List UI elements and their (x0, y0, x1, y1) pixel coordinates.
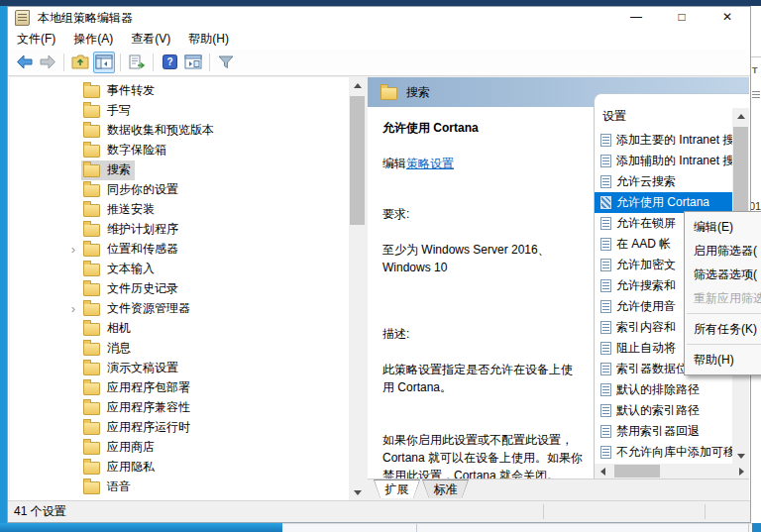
tree-item-body[interactable]: 数据收集和预览版本 (81, 121, 218, 141)
tree-item[interactable]: 消息 (10, 339, 349, 359)
setting-label: 允许云搜索 (616, 173, 676, 190)
show-window-icon[interactable] (182, 52, 204, 73)
tree-item[interactable]: 数据收集和预览版本 (10, 121, 349, 141)
scroll-down-icon[interactable] (349, 484, 366, 500)
view-tab[interactable]: 标准 (422, 479, 469, 498)
tree-item-body[interactable]: 文本输入 (81, 260, 159, 279)
tree-item-body[interactable]: 语音 (81, 478, 135, 497)
tree-item-label: 应用程序包部署 (107, 379, 190, 396)
tree-item-body[interactable]: 消息 (81, 339, 135, 359)
tree-item[interactable]: 应用程序运行时 (10, 418, 349, 438)
tree-item-body[interactable]: 数字保险箱 (81, 141, 170, 160)
setting-label: 允许搜索和 (616, 277, 676, 294)
setting-item[interactable]: 默认的排除路径 (595, 379, 732, 400)
tree-item-body[interactable]: 同步你的设置 (81, 180, 182, 200)
view-tab[interactable]: 扩展 (374, 479, 420, 498)
tree-item[interactable]: 文件历史记录 (10, 279, 349, 299)
settings-hscrollbar[interactable] (595, 464, 749, 479)
tree-item[interactable]: 应用隐私 (10, 458, 349, 478)
back-icon[interactable] (13, 52, 35, 73)
scrollbar-thumb[interactable] (733, 127, 748, 211)
folder-icon (83, 303, 100, 316)
close-button[interactable]: ✕ (705, 7, 750, 29)
policy-settings-link[interactable]: 策略设置 (406, 157, 454, 170)
chevron-right-icon[interactable]: › (65, 240, 81, 260)
help-icon[interactable]: ? (159, 52, 180, 73)
tree-item-body[interactable]: 应用商店 (81, 438, 159, 458)
setting-item[interactable]: 添加主要的 Intranet 搜索 (595, 130, 732, 151)
tree-item[interactable]: › 文件资源管理器 (10, 299, 349, 319)
tree-item[interactable]: 应用程序包部署 (10, 378, 349, 398)
tree-item[interactable]: › 位置和传感器 (10, 240, 349, 260)
tree-item-body[interactable]: 相机 (81, 319, 135, 339)
show-console-tree-icon[interactable] (93, 52, 115, 73)
context-menu-item[interactable]: 筛选器选项( (685, 263, 761, 286)
chevron-right-icon[interactable]: › (65, 299, 81, 319)
tree-item-body[interactable]: 演示文稿设置 (81, 359, 182, 378)
export-list-icon[interactable] (126, 52, 148, 73)
setting-label: 添加主要的 Intranet 搜索 (616, 132, 732, 149)
tree-item[interactable]: 演示文稿设置 (10, 359, 349, 378)
tree-item-body[interactable]: 应用程序包部署 (81, 378, 194, 398)
tree-item[interactable]: 同步你的设置 (10, 180, 349, 200)
minimize-button[interactable]: — (613, 7, 659, 29)
scrollbar-thumb[interactable] (350, 96, 365, 225)
description-paragraph: 此策略设置指定是否允许在设备上使用 Cortana。 (382, 361, 584, 396)
tree-item-label: 语音 (107, 479, 131, 495)
tree-item-body[interactable]: 位置和传感器 (81, 240, 182, 260)
menu-item[interactable]: 操作(A) (64, 31, 122, 48)
title-bar[interactable]: 本地组策略编辑器 — □ ✕ (8, 7, 750, 29)
context-menu-item[interactable]: 重新应用筛选 (685, 286, 761, 310)
tree-item-body[interactable]: 搜索 (81, 160, 135, 180)
tree-item[interactable]: 应用商店 (10, 438, 349, 458)
tree-item-body[interactable]: 维护计划程序 (81, 220, 182, 240)
tree-item[interactable]: 数字保险箱 (10, 141, 349, 160)
tree-item-body[interactable]: 事件转发 (81, 81, 159, 101)
scroll-up-icon[interactable] (349, 77, 366, 93)
tree-item[interactable]: 应用程序兼容性 (10, 398, 349, 418)
tree-item-body[interactable]: 应用隐私 (81, 458, 159, 478)
menu-item[interactable]: 帮助(H) (179, 31, 238, 48)
policy-title: 允许使用 Cortana (382, 119, 584, 137)
setting-item[interactable]: 添加辅助的 Intranet 搜索 (595, 151, 732, 171)
scroll-down-icon[interactable] (732, 448, 749, 464)
tree-item-body[interactable]: 应用程序运行时 (81, 418, 194, 438)
context-menu-item[interactable]: 所有任务(K) (685, 317, 761, 341)
setting-item[interactable]: 不允许向库中添加可移动 (595, 442, 732, 463)
scrollbar-thumb[interactable] (614, 465, 660, 478)
scroll-left-icon[interactable] (595, 464, 610, 479)
scroll-up-icon[interactable] (732, 108, 749, 124)
tree-item[interactable]: 搜索 (10, 160, 349, 180)
tree-item[interactable]: 语音 (10, 478, 349, 497)
settings-column-header[interactable]: 设置 (595, 94, 749, 125)
filter-icon[interactable] (215, 52, 237, 73)
menu-item[interactable]: 文件(F) (8, 31, 64, 48)
menu-item[interactable]: 查看(V) (122, 31, 179, 48)
tree-item-body[interactable]: 应用程序兼容性 (81, 398, 194, 418)
tree-item[interactable]: 事件转发 (10, 81, 349, 101)
tree-item-body[interactable]: 推送安装 (81, 200, 159, 220)
context-menu-item[interactable] (687, 313, 761, 314)
context-menu-item[interactable]: 编辑(E) (685, 215, 761, 239)
tree-item[interactable]: 推送安装 (10, 200, 349, 220)
context-menu-item[interactable]: 帮助(H) (685, 348, 761, 372)
context-menu-item[interactable] (687, 344, 761, 345)
setting-item[interactable]: 禁用索引器回退 (595, 421, 732, 442)
tree-item[interactable]: 手写 (10, 101, 349, 121)
up-one-level-icon[interactable] (69, 52, 91, 73)
setting-item[interactable]: 默认的索引路径 (595, 400, 732, 421)
context-menu-item[interactable]: 启用筛选器( (685, 239, 761, 263)
setting-item[interactable]: 允许使用 Cortana (595, 192, 732, 213)
maximize-button[interactable]: □ (659, 7, 705, 29)
tree-item[interactable]: 维护计划程序 (10, 220, 349, 240)
tree-item[interactable]: 文本输入 (10, 260, 349, 279)
tree-item[interactable]: 相机 (10, 319, 349, 339)
tree-scrollbar[interactable] (349, 77, 366, 500)
tree-item-label: 位置和传感器 (107, 241, 178, 258)
tree-item-body[interactable]: 文件资源管理器 (81, 299, 194, 319)
scroll-right-icon[interactable] (733, 464, 749, 479)
setting-item[interactable]: 允许云搜索 (595, 171, 732, 192)
forward-icon[interactable] (37, 52, 58, 73)
tree-item-body[interactable]: 手写 (81, 101, 135, 121)
tree-item-body[interactable]: 文件历史记录 (81, 279, 182, 299)
